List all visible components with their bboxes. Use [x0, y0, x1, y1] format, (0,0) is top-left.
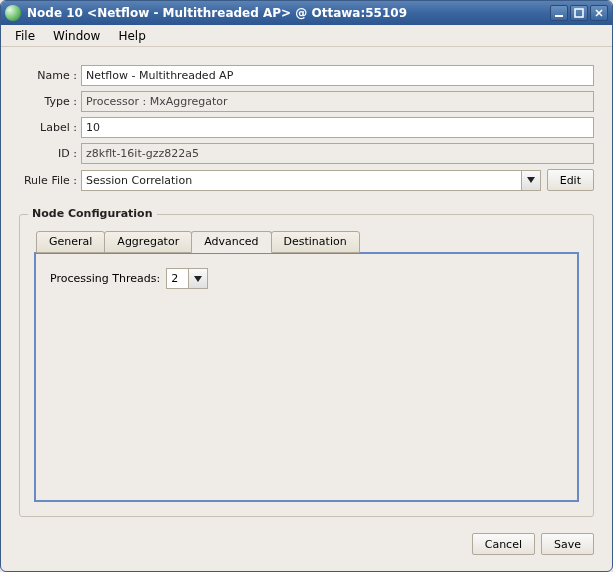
rulefile-value: Session Correlation — [81, 170, 521, 191]
row-name: Name : — [19, 65, 594, 86]
app-icon — [5, 5, 21, 21]
menubar: File Window Help — [1, 25, 612, 47]
menu-help[interactable]: Help — [110, 27, 153, 45]
row-type: Type : Processor : MxAggregator — [19, 91, 594, 112]
label-input[interactable] — [81, 117, 594, 138]
save-button[interactable]: Save — [541, 533, 594, 555]
chevron-down-icon — [527, 177, 535, 183]
footer: Cancel Save — [1, 527, 612, 571]
tab-advanced[interactable]: Advanced — [191, 231, 271, 253]
rulefile-label: Rule File : — [19, 174, 81, 187]
threads-input[interactable] — [166, 268, 188, 289]
edit-button[interactable]: Edit — [547, 169, 594, 191]
rulefile-combo[interactable]: Session Correlation — [81, 170, 541, 191]
name-label: Name : — [19, 69, 81, 82]
type-label: Type : — [19, 95, 81, 108]
id-label: ID : — [19, 147, 81, 160]
node-config-group: Node Configuration General Aggregator Ad… — [19, 214, 594, 517]
tab-panel-advanced: Processing Threads: — [34, 252, 579, 502]
menu-file[interactable]: File — [7, 27, 43, 45]
svg-rect-0 — [555, 15, 563, 17]
row-id: ID : z8kflt-16it-gzz822a5 — [19, 143, 594, 164]
threads-spinner[interactable] — [166, 268, 208, 289]
window-title: Node 10 <Netflow - Multithreaded AP> @ O… — [27, 6, 550, 20]
content-area: Name : Type : Processor : MxAggregator L… — [1, 47, 612, 527]
tab-aggregator[interactable]: Aggregator — [104, 231, 192, 253]
minimize-button[interactable] — [550, 5, 568, 21]
menu-window[interactable]: Window — [45, 27, 108, 45]
window-controls — [550, 5, 608, 21]
threads-label: Processing Threads: — [50, 272, 160, 285]
tab-general[interactable]: General — [36, 231, 105, 253]
maximize-button[interactable] — [570, 5, 588, 21]
threads-dropdown-button[interactable] — [188, 268, 208, 289]
close-icon — [594, 8, 604, 18]
cancel-button[interactable]: Cancel — [472, 533, 535, 555]
id-value: z8kflt-16it-gzz822a5 — [81, 143, 594, 164]
group-title: Node Configuration — [28, 207, 157, 220]
label-label: Label : — [19, 121, 81, 134]
minimize-icon — [554, 8, 564, 18]
close-button[interactable] — [590, 5, 608, 21]
app-window: Node 10 <Netflow - Multithreaded AP> @ O… — [0, 0, 613, 572]
row-threads: Processing Threads: — [50, 268, 563, 289]
svg-rect-1 — [575, 9, 583, 17]
row-rulefile: Rule File : Session Correlation Edit — [19, 169, 594, 191]
type-value: Processor : MxAggregator — [81, 91, 594, 112]
maximize-icon — [574, 8, 584, 18]
titlebar: Node 10 <Netflow - Multithreaded AP> @ O… — [1, 1, 612, 25]
chevron-down-icon — [194, 276, 202, 282]
tabstrip: General Aggregator Advanced Destination — [34, 231, 579, 253]
rulefile-dropdown-button[interactable] — [521, 170, 541, 191]
tab-destination[interactable]: Destination — [271, 231, 360, 253]
name-input[interactable] — [81, 65, 594, 86]
row-label: Label : — [19, 117, 594, 138]
